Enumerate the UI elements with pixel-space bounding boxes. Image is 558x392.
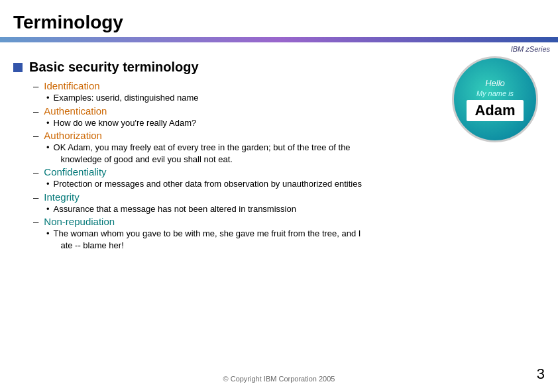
bullet-dot-icon: • [46,228,50,240]
dash-icon: – [33,166,38,177]
section-title: Basic security terminology [29,60,199,75]
list-item: – Confidentiality • Protection or messag… [33,166,545,190]
list-item-header: – Confidentiality [33,166,545,177]
slide: Terminology IBM zSeries Hello My name is… [0,0,558,392]
bullet-point: • Assurance that a message has not been … [33,203,545,215]
list-item: – Integrity • Assurance that a message h… [33,191,545,215]
dash-icon: – [33,191,38,203]
footer: © Copyright IBM Corporation 2005 [0,375,558,383]
bullet-point: • Protection or messages and other data … [33,178,545,190]
bullet-dot-icon: • [46,203,50,215]
list-item: – Non-repudiation • The woman whom you g… [33,216,545,251]
slide-title: Terminology [13,12,545,33]
bullet-non-repudiation-text: The woman whom you gave to be with me, s… [54,228,361,251]
list-item-header: – Integrity [33,191,545,203]
bullet-integrity-text: Assurance that a message has not been al… [54,203,296,215]
dash-icon: – [33,130,38,141]
badge-name: Adam [474,102,515,119]
title-bar: Terminology [0,0,558,37]
item-authentication: Authentication [44,105,107,117]
section-bullet-icon [13,63,23,72]
bullet-dot-icon: • [46,142,50,154]
item-integrity: Integrity [44,191,79,203]
dash-icon: – [33,216,38,227]
item-confidentiality: Confidentiality [44,166,106,177]
badge-hello: Hello [485,78,505,88]
copyright-text: © Copyright IBM Corporation 2005 [223,375,335,383]
bullet-dot-icon: • [46,92,50,104]
dash-icon: – [33,105,38,117]
bullet-confidentiality-text: Protection or messages and other data fr… [54,178,362,190]
ibm-label: IBM zSeries [0,44,558,53]
bullet-identification-text: Examples: userid, distinguished name [54,92,199,104]
badge-myname: My name is [476,89,514,97]
item-authorization: Authorization [44,130,102,141]
page-number: 3 [537,366,545,383]
item-non-repudiation: Non-repudiation [44,216,115,227]
bullet-point: • OK Adam, you may freely eat of every t… [33,142,545,165]
list-item: – Authorization • OK Adam, you may freel… [33,130,545,165]
name-badge: Hello My name is Adam [452,56,538,142]
bullet-authorization-text: OK Adam, you may freely eat of every tre… [54,142,351,165]
main-content: Hello My name is Adam Basic security ter… [0,53,558,259]
list-item-header: – Non-repudiation [33,216,545,227]
item-identification: Identification [44,80,99,91]
bullet-authentication-text: How do we know you're really Adam? [54,117,197,129]
bullet-dot-icon: • [46,178,50,190]
bullet-point: • The woman whom you gave to be with me,… [33,228,545,251]
divider-bar [0,37,558,42]
dash-icon: – [33,80,38,91]
bullet-dot-icon: • [46,117,50,129]
badge-name-box: Adam [467,100,523,121]
